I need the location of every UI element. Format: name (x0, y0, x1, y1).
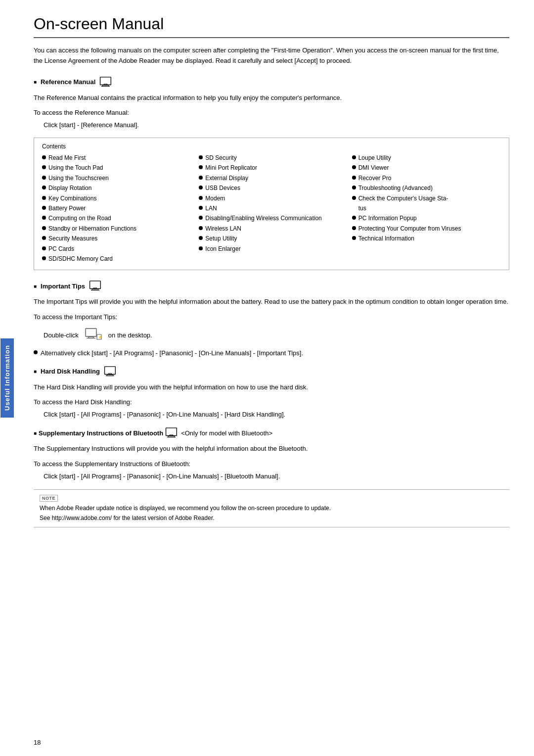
bullet (199, 165, 203, 169)
list-item: Icon Enlarger (199, 244, 344, 254)
monitor-icon-4 (165, 427, 179, 439)
list-item: LAN (199, 203, 344, 213)
bullet (199, 196, 203, 200)
bullet (42, 256, 46, 260)
contents-label: Contents (42, 143, 501, 150)
bullet (352, 176, 356, 180)
reference-manual-access-label: To access the Reference Manual: (34, 108, 509, 118)
doubleclick-suffix: on the desktop. (108, 331, 152, 339)
bullet (352, 186, 356, 189)
bullet (42, 186, 46, 189)
list-item: Computing on the Road (42, 213, 191, 223)
intro-text: You can access the following manuals on … (34, 46, 509, 66)
bullet (352, 226, 356, 230)
list-item: SD Security (199, 153, 344, 163)
list-item: PC Cards (42, 244, 191, 254)
reference-manual-desc: The Reference Manual contains the practi… (34, 93, 509, 103)
hard-disk-heading: Hard Disk Handling (34, 366, 509, 378)
list-item: Display Rotation (42, 183, 191, 193)
bluetooth-heading: Supplementary Instructions of Bluetooth … (34, 427, 509, 439)
list-item: USB Devices (199, 183, 344, 193)
list-item: Battery Power (42, 203, 191, 213)
main-content: On-screen Manual You can access the foll… (14, 0, 534, 756)
bullet (199, 155, 203, 159)
doubleclick-text: Double-click (44, 331, 79, 339)
svg-rect-17 (166, 428, 177, 436)
bullet (199, 206, 203, 210)
bullet (199, 186, 203, 189)
important-tips-desc: The Important Tips will provide you with… (34, 297, 509, 307)
list-item: Check the Computer's Usage Sta-tus (352, 193, 497, 214)
bullet (352, 155, 356, 159)
bullet (42, 155, 46, 159)
note-line-1: When Adobe Reader update notice is displ… (40, 504, 503, 513)
list-item: Modem (199, 193, 344, 203)
sidebar-tab: Useful Information (0, 0, 14, 756)
reference-manual-label: Reference Manual (41, 78, 95, 86)
bluetooth-access-label: To access the Supplementary Instructions… (34, 459, 509, 470)
note-line-2: See http://www.adobe.com/ for the latest… (40, 514, 503, 523)
monitor-icon-2 (89, 280, 103, 292)
monitor-icon-3 (104, 366, 118, 378)
list-item: SD/SDHC Memory Card (42, 254, 191, 264)
bluetooth-suffix: <Only for model with Bluetooth> (181, 429, 272, 437)
list-item: Read Me First (42, 153, 191, 163)
alt-instruction-text: Alternatively click [start] - [All Progr… (41, 348, 303, 359)
svg-text:⚡: ⚡ (98, 334, 102, 339)
svg-rect-0 (100, 77, 111, 85)
hard-disk-access-sub: Click [start] - [All Programs] - [Panaso… (44, 410, 509, 420)
hard-disk-access-label: To access the Hard Disk Handling: (34, 397, 509, 408)
list-item: Security Measures (42, 234, 191, 243)
svg-rect-8 (86, 329, 96, 336)
note-label: NOTE (40, 495, 58, 502)
list-item: Recover Pro (352, 173, 497, 183)
bullet (42, 246, 46, 250)
important-tips-heading: Important Tips (34, 280, 509, 292)
bullet (199, 216, 203, 220)
note-box: NOTE When Adobe Reader update notice is … (34, 489, 509, 527)
list-item: Disabling/Enabling Wireless Communicatio… (199, 213, 344, 223)
bullet (352, 216, 356, 220)
doubleclick-row: Double-click ⚡ on the desktop. (44, 328, 509, 343)
list-item: Using the Touch Pad (42, 163, 191, 173)
bullet (34, 350, 38, 354)
list-item: Technical Information (352, 234, 497, 243)
bullet (199, 236, 203, 240)
bluetooth-desc: The Supplementary Instructions will prov… (34, 444, 509, 454)
bullet (42, 216, 46, 220)
list-item: Protecting Your Computer from Viruses (352, 224, 497, 234)
hard-disk-label: Hard Disk Handling (41, 368, 100, 375)
bullet (42, 206, 46, 210)
list-item: Standby or Hibernation Functions (42, 224, 191, 234)
list-item: Key Combinations (42, 193, 191, 203)
page-number: 18 (34, 739, 41, 746)
contents-col-3: Loupe Utility DMI Viewer Recover Pro Tro… (348, 153, 501, 264)
bullet (199, 246, 203, 250)
contents-grid: Read Me First Using the Touch Pad Using … (42, 153, 501, 264)
bullet (199, 226, 203, 230)
list-item: PC Information Popup (352, 213, 497, 223)
contents-box: Contents Read Me First Using the Touch P… (34, 138, 509, 270)
list-item: Setup Utility (199, 234, 344, 243)
list-item: Loupe Utility (352, 153, 497, 163)
reference-manual-heading: Reference Manual (34, 76, 509, 88)
bullet (352, 165, 356, 169)
list-item: DMI Viewer (352, 163, 497, 173)
hard-disk-desc: The Hard Disk Handling will provide you … (34, 382, 509, 393)
svg-rect-13 (105, 367, 116, 375)
bullet (42, 196, 46, 200)
important-tips-label: Important Tips (41, 283, 85, 290)
monitor-icon-1 (99, 76, 113, 88)
contents-col-1: Read Me First Using the Touch Pad Using … (42, 153, 195, 264)
bullet (42, 176, 46, 180)
page-title: On-screen Manual (34, 15, 509, 38)
reference-manual-access-sub: Click [start] - [Reference Manual]. (44, 120, 509, 131)
bullet (352, 236, 356, 240)
list-item: Wireless LAN (199, 224, 344, 234)
contents-col-2: SD Security Mini Port Replicator Externa… (195, 153, 348, 264)
sidebar-label: Useful Information (0, 338, 14, 418)
list-item: Mini Port Replicator (199, 163, 344, 173)
bluetooth-label: Supplementary Instructions of Bluetooth (39, 429, 163, 437)
bullet (199, 176, 203, 180)
list-item: External Display (199, 173, 344, 183)
